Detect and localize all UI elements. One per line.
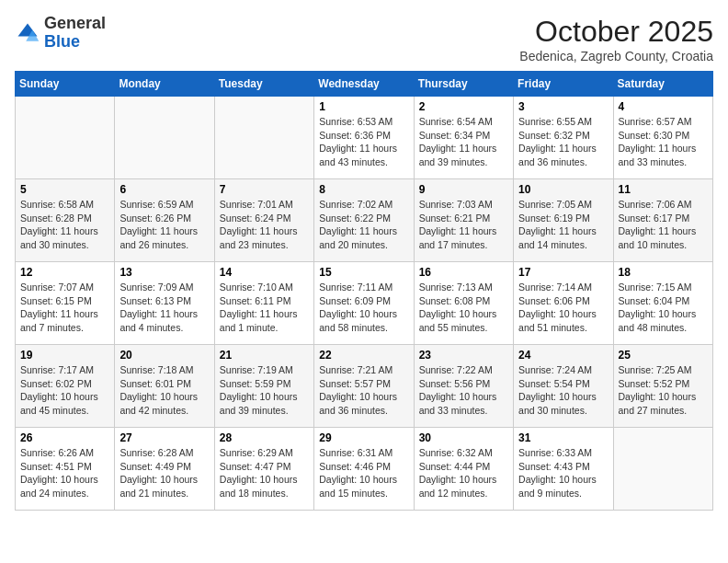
day-info: Sunrise: 7:09 AM Sunset: 6:13 PM Dayligh… bbox=[119, 281, 209, 335]
day-info: Sunrise: 7:15 AM Sunset: 6:04 PM Dayligh… bbox=[619, 281, 708, 335]
calendar-week-4: 19Sunrise: 7:17 AM Sunset: 6:02 PM Dayli… bbox=[16, 345, 713, 428]
day-info: Sunrise: 7:24 AM Sunset: 5:54 PM Dayligh… bbox=[518, 363, 608, 418]
day-number: 14 bbox=[220, 266, 309, 279]
title-block: October 2025 Bedenica, Zagreb County, Cr… bbox=[519, 15, 713, 63]
day-number: 19 bbox=[20, 349, 109, 362]
day-number: 30 bbox=[419, 431, 508, 444]
calendar-day-7: 7Sunrise: 7:01 AM Sunset: 6:24 PM Daylig… bbox=[214, 179, 313, 262]
calendar-day-10: 10Sunrise: 7:05 AM Sunset: 6:19 PM Dayli… bbox=[514, 179, 613, 262]
location-subtitle: Bedenica, Zagreb County, Croatia bbox=[519, 49, 713, 63]
day-number: 31 bbox=[518, 431, 608, 444]
day-info: Sunrise: 7:03 AM Sunset: 6:21 PM Dayligh… bbox=[419, 198, 508, 252]
day-info: Sunrise: 7:18 AM Sunset: 6:01 PM Dayligh… bbox=[119, 363, 209, 418]
calendar-day-6: 6Sunrise: 6:59 AM Sunset: 6:26 PM Daylig… bbox=[115, 179, 214, 262]
header-day-saturday: Saturday bbox=[613, 72, 712, 97]
header-row: SundayMondayTuesdayWednesdayThursdayFrid… bbox=[16, 72, 713, 97]
day-number: 17 bbox=[518, 266, 608, 279]
calendar-body: 1Sunrise: 6:53 AM Sunset: 6:36 PM Daylig… bbox=[16, 97, 713, 511]
calendar-day-16: 16Sunrise: 7:13 AM Sunset: 6:08 PM Dayli… bbox=[414, 262, 513, 345]
calendar-week-5: 26Sunrise: 6:26 AM Sunset: 4:51 PM Dayli… bbox=[16, 428, 713, 511]
calendar-day-17: 17Sunrise: 7:14 AM Sunset: 6:06 PM Dayli… bbox=[514, 262, 613, 345]
day-number: 22 bbox=[319, 349, 408, 362]
header-day-tuesday: Tuesday bbox=[214, 72, 313, 97]
calendar-day-25: 25Sunrise: 7:25 AM Sunset: 5:52 PM Dayli… bbox=[613, 345, 712, 428]
header-day-friday: Friday bbox=[514, 72, 613, 97]
logo-icon bbox=[15, 20, 40, 46]
empty-cell bbox=[214, 97, 313, 179]
day-number: 25 bbox=[619, 349, 708, 362]
day-number: 2 bbox=[419, 100, 508, 113]
day-info: Sunrise: 6:32 AM Sunset: 4:44 PM Dayligh… bbox=[419, 446, 508, 500]
calendar-day-13: 13Sunrise: 7:09 AM Sunset: 6:13 PM Dayli… bbox=[115, 262, 214, 345]
day-number: 7 bbox=[220, 183, 309, 196]
day-info: Sunrise: 7:02 AM Sunset: 6:22 PM Dayligh… bbox=[319, 198, 408, 252]
day-info: Sunrise: 7:22 AM Sunset: 5:56 PM Dayligh… bbox=[419, 363, 508, 418]
calendar-week-1: 1Sunrise: 6:53 AM Sunset: 6:36 PM Daylig… bbox=[16, 97, 713, 179]
calendar-day-8: 8Sunrise: 7:02 AM Sunset: 6:22 PM Daylig… bbox=[314, 179, 414, 262]
calendar-week-2: 5Sunrise: 6:58 AM Sunset: 6:28 PM Daylig… bbox=[16, 179, 713, 262]
day-number: 4 bbox=[619, 100, 708, 113]
calendar-table: SundayMondayTuesdayWednesdayThursdayFrid… bbox=[15, 71, 713, 511]
day-number: 10 bbox=[518, 183, 608, 196]
calendar-day-24: 24Sunrise: 7:24 AM Sunset: 5:54 PM Dayli… bbox=[514, 345, 613, 428]
empty-cell bbox=[115, 97, 214, 179]
day-number: 5 bbox=[20, 183, 109, 196]
calendar-day-27: 27Sunrise: 6:28 AM Sunset: 4:49 PM Dayli… bbox=[115, 428, 214, 511]
calendar-day-9: 9Sunrise: 7:03 AM Sunset: 6:21 PM Daylig… bbox=[414, 179, 513, 262]
calendar-day-11: 11Sunrise: 7:06 AM Sunset: 6:17 PM Dayli… bbox=[613, 179, 712, 262]
header-day-wednesday: Wednesday bbox=[314, 72, 414, 97]
calendar-day-23: 23Sunrise: 7:22 AM Sunset: 5:56 PM Dayli… bbox=[414, 345, 513, 428]
day-info: Sunrise: 7:19 AM Sunset: 5:59 PM Dayligh… bbox=[220, 363, 309, 418]
month-title: October 2025 bbox=[519, 15, 713, 49]
day-number: 6 bbox=[119, 183, 209, 196]
day-info: Sunrise: 7:14 AM Sunset: 6:06 PM Dayligh… bbox=[518, 281, 608, 335]
day-info: Sunrise: 6:28 AM Sunset: 4:49 PM Dayligh… bbox=[119, 446, 209, 500]
day-number: 24 bbox=[518, 349, 608, 362]
calendar-day-30: 30Sunrise: 6:32 AM Sunset: 4:44 PM Dayli… bbox=[414, 428, 513, 511]
day-info: Sunrise: 6:26 AM Sunset: 4:51 PM Dayligh… bbox=[20, 446, 109, 500]
day-number: 18 bbox=[619, 266, 708, 279]
empty-cell bbox=[613, 428, 712, 511]
calendar-day-14: 14Sunrise: 7:10 AM Sunset: 6:11 PM Dayli… bbox=[214, 262, 313, 345]
day-number: 28 bbox=[220, 431, 309, 444]
calendar-day-3: 3Sunrise: 6:55 AM Sunset: 6:32 PM Daylig… bbox=[514, 97, 613, 179]
logo-blue-text: Blue bbox=[44, 32, 80, 51]
page-header: General Blue October 2025 Bedenica, Zagr… bbox=[15, 15, 713, 63]
day-number: 11 bbox=[619, 183, 708, 196]
day-number: 26 bbox=[20, 431, 109, 444]
day-info: Sunrise: 6:58 AM Sunset: 6:28 PM Dayligh… bbox=[20, 198, 109, 252]
day-number: 23 bbox=[419, 349, 508, 362]
calendar-week-3: 12Sunrise: 7:07 AM Sunset: 6:15 PM Dayli… bbox=[16, 262, 713, 345]
logo: General Blue bbox=[15, 15, 106, 52]
day-number: 13 bbox=[119, 266, 209, 279]
calendar-day-22: 22Sunrise: 7:21 AM Sunset: 5:57 PM Dayli… bbox=[314, 345, 414, 428]
calendar-header: SundayMondayTuesdayWednesdayThursdayFrid… bbox=[16, 72, 713, 97]
calendar-day-29: 29Sunrise: 6:31 AM Sunset: 4:46 PM Dayli… bbox=[314, 428, 414, 511]
day-info: Sunrise: 7:21 AM Sunset: 5:57 PM Dayligh… bbox=[319, 363, 408, 418]
calendar-day-15: 15Sunrise: 7:11 AM Sunset: 6:09 PM Dayli… bbox=[314, 262, 414, 345]
day-info: Sunrise: 7:10 AM Sunset: 6:11 PM Dayligh… bbox=[220, 281, 309, 335]
calendar-day-12: 12Sunrise: 7:07 AM Sunset: 6:15 PM Dayli… bbox=[16, 262, 115, 345]
day-info: Sunrise: 6:53 AM Sunset: 6:36 PM Dayligh… bbox=[319, 115, 408, 169]
calendar-day-20: 20Sunrise: 7:18 AM Sunset: 6:01 PM Dayli… bbox=[115, 345, 214, 428]
day-number: 8 bbox=[319, 183, 408, 196]
day-info: Sunrise: 7:06 AM Sunset: 6:17 PM Dayligh… bbox=[619, 198, 708, 252]
day-number: 9 bbox=[419, 183, 508, 196]
calendar-day-26: 26Sunrise: 6:26 AM Sunset: 4:51 PM Dayli… bbox=[16, 428, 115, 511]
calendar-day-21: 21Sunrise: 7:19 AM Sunset: 5:59 PM Dayli… bbox=[214, 345, 313, 428]
calendar-day-2: 2Sunrise: 6:54 AM Sunset: 6:34 PM Daylig… bbox=[414, 97, 513, 179]
header-day-sunday: Sunday bbox=[16, 72, 115, 97]
day-info: Sunrise: 6:29 AM Sunset: 4:47 PM Dayligh… bbox=[220, 446, 309, 500]
day-number: 3 bbox=[518, 100, 608, 113]
day-number: 21 bbox=[220, 349, 309, 362]
day-info: Sunrise: 6:54 AM Sunset: 6:34 PM Dayligh… bbox=[419, 115, 508, 169]
day-info: Sunrise: 7:11 AM Sunset: 6:09 PM Dayligh… bbox=[319, 281, 408, 335]
day-number: 29 bbox=[319, 431, 408, 444]
day-info: Sunrise: 7:05 AM Sunset: 6:19 PM Dayligh… bbox=[518, 198, 608, 252]
day-number: 1 bbox=[319, 100, 408, 113]
day-info: Sunrise: 6:57 AM Sunset: 6:30 PM Dayligh… bbox=[619, 115, 708, 169]
day-number: 12 bbox=[20, 266, 109, 279]
day-number: 27 bbox=[119, 431, 209, 444]
header-day-monday: Monday bbox=[115, 72, 214, 97]
calendar-day-31: 31Sunrise: 6:33 AM Sunset: 4:43 PM Dayli… bbox=[514, 428, 613, 511]
